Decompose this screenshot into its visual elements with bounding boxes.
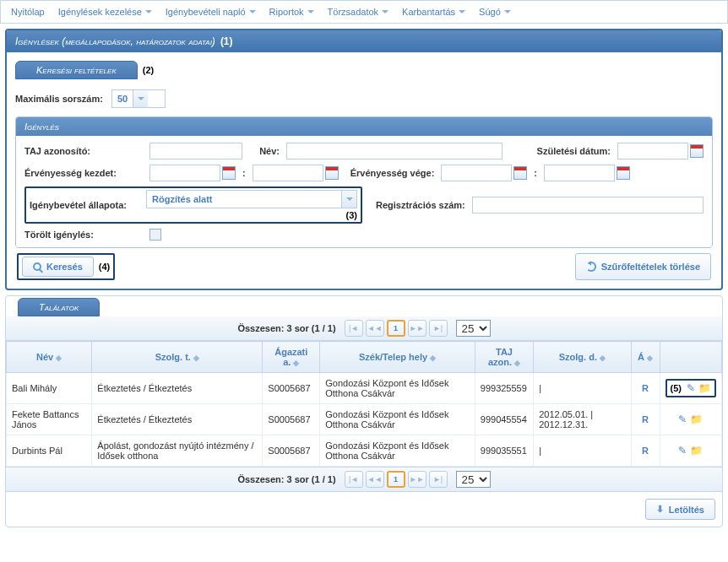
- menu-karbantartas[interactable]: Karbantartás: [397, 4, 470, 19]
- annotation-1: (1): [220, 35, 233, 47]
- cell-szolg-d: |: [534, 373, 631, 404]
- pager-prev[interactable]: ◄◄: [366, 320, 384, 337]
- results-table: Név◆ Szolg. t.◆ Ágazati a.◆ Szék/Telep h…: [6, 341, 722, 467]
- taj-label: TAJ azonosító:: [24, 146, 143, 156]
- chevron-down-icon[interactable]: [341, 191, 356, 208]
- menu-riportok[interactable]: Riportok: [264, 4, 319, 19]
- menubar: Nyitólap Igénylések kezelése Igénybevéte…: [0, 0, 728, 24]
- colon: :: [534, 168, 537, 178]
- sort-icon: ◆: [56, 354, 62, 362]
- main-panel: Igénylések (megállapodások, határozatok …: [5, 29, 723, 290]
- szul-datum-input[interactable]: [617, 143, 688, 159]
- calendar-icon[interactable]: [690, 144, 704, 158]
- menu-torzsadatok[interactable]: Törzsadatok: [323, 4, 394, 19]
- menu-label: Igénylések kezelése: [58, 7, 142, 17]
- menu-label: Riportok: [269, 7, 304, 17]
- pager-last[interactable]: ►|: [429, 320, 448, 337]
- col-agazati[interactable]: Ágazati a.◆: [263, 342, 320, 373]
- folder-icon[interactable]: 📁: [698, 382, 711, 394]
- pager-summary: Összesen: 3 sor (1 / 1): [237, 323, 335, 333]
- erv-vege-to-input[interactable]: [544, 165, 615, 181]
- cell-taj: 999045554: [475, 404, 533, 435]
- col-actions: [660, 342, 721, 373]
- pager-next[interactable]: ►►: [408, 471, 426, 488]
- edit-icon[interactable]: ✎: [687, 382, 695, 394]
- tab-talalatok[interactable]: Találatok: [18, 298, 100, 316]
- pager-first[interactable]: |◄: [345, 320, 363, 337]
- erv-kezdet-from-input[interactable]: [149, 165, 220, 181]
- pager-first[interactable]: |◄: [345, 471, 363, 488]
- cell-actions: ✎📁: [660, 435, 721, 467]
- menu-label: Karbantartás: [402, 7, 455, 17]
- download-button[interactable]: ⬇ Letöltés: [645, 499, 715, 520]
- max-sorszam-label: Maximális sorszám:: [15, 94, 103, 104]
- col-taj[interactable]: TAJ azon.◆: [475, 342, 533, 373]
- tab-keresesi-feltetelek[interactable]: Keresési feltételek: [15, 61, 138, 79]
- menu-sugo[interactable]: Súgó: [474, 4, 516, 19]
- pager-last[interactable]: ►|: [429, 471, 448, 488]
- page-size-select[interactable]: 25: [456, 471, 491, 488]
- chevron-down-icon: [504, 10, 511, 14]
- menu-nyitolap[interactable]: Nyitólap: [6, 4, 50, 19]
- pager-bottom: Összesen: 3 sor (1 / 1) |◄ ◄◄ 1 ►► ►| 25: [6, 467, 722, 492]
- clear-filters-button[interactable]: Szűrőfeltételek törlése: [575, 253, 711, 280]
- calendar-icon[interactable]: [617, 166, 630, 180]
- search-button-label: Keresés: [46, 262, 83, 272]
- col-nev[interactable]: Név◆: [7, 342, 92, 373]
- torolt-checkbox[interactable]: [149, 229, 161, 240]
- chevron-down-icon: [382, 10, 388, 14]
- pager-summary: Összesen: 3 sor (1 / 1): [237, 474, 335, 484]
- sort-icon: ◆: [647, 354, 653, 362]
- pager-prev[interactable]: ◄◄: [366, 471, 384, 488]
- cell-agazati: S0005687: [263, 404, 320, 435]
- chevron-down-icon: [307, 10, 314, 14]
- calendar-icon[interactable]: [325, 166, 339, 180]
- nev-input[interactable]: [286, 143, 503, 159]
- menu-igenylesek-kezelese[interactable]: Igénylések kezelése: [53, 4, 157, 19]
- chevron-down-icon: [459, 10, 465, 14]
- cell-hely: Gondozási Központ és Idősek Otthona Csák…: [320, 404, 475, 435]
- pager-page-1[interactable]: 1: [387, 471, 405, 488]
- edit-icon[interactable]: ✎: [678, 413, 687, 425]
- sort-icon: ◆: [293, 359, 299, 367]
- chevron-down-icon[interactable]: [133, 90, 148, 107]
- pager-page-1[interactable]: 1: [387, 320, 405, 337]
- search-button[interactable]: Keresés: [22, 257, 94, 277]
- calendar-icon[interactable]: [513, 166, 527, 180]
- main-panel-header: Igénylések (megállapodások, határozatok …: [7, 30, 721, 52]
- allapot-combo[interactable]: Rögzítés alatt: [146, 190, 357, 208]
- cell-nev: Fekete Battancs János: [7, 404, 92, 435]
- cell-szolg-t: Étkeztetés / Étkeztetés: [92, 373, 263, 404]
- col-a[interactable]: Á◆: [631, 342, 660, 373]
- erv-vege-from-input[interactable]: [441, 165, 512, 181]
- download-label: Letöltés: [669, 505, 704, 515]
- pager-next[interactable]: ►►: [408, 320, 426, 337]
- menu-label: Törzsadatok: [328, 7, 379, 17]
- annotation-2: (2): [143, 65, 154, 75]
- folder-icon[interactable]: 📁: [690, 445, 703, 457]
- folder-icon[interactable]: 📁: [690, 413, 703, 425]
- col-szolg-t[interactable]: Szolg. t.◆: [92, 342, 263, 373]
- page-size-select[interactable]: 25: [456, 320, 491, 337]
- sort-icon: ◆: [430, 354, 436, 362]
- cell-actions: ✎📁: [660, 404, 721, 435]
- cell-taj: 999325559: [475, 373, 533, 404]
- erv-kezdet-to-input[interactable]: [253, 165, 323, 181]
- download-icon: ⬇: [656, 504, 664, 515]
- max-sorszam-combo[interactable]: 50: [111, 89, 166, 108]
- annotation-4: (4): [99, 262, 110, 272]
- calendar-icon[interactable]: [222, 166, 236, 180]
- reg-szam-input[interactable]: [472, 197, 704, 213]
- table-row: Fekete Battancs JánosÉtkeztetés / Étkezt…: [7, 404, 722, 435]
- menu-igenybeveteli-naplo[interactable]: Igénybevételi napló: [160, 4, 261, 19]
- page-title: Igénylések (megállapodások, határozatok …: [15, 35, 215, 47]
- cell-hely: Gondozási Központ és Idősek Otthona Csák…: [320, 373, 475, 404]
- col-szolg-d[interactable]: Szolg. d.◆: [534, 342, 631, 373]
- taj-input[interactable]: [149, 143, 242, 159]
- results-panel: Találatok Összesen: 3 sor (1 / 1) |◄ ◄◄ …: [5, 295, 723, 527]
- allapot-label: Igénybevétel állapota:: [30, 200, 141, 210]
- chevron-down-icon: [145, 10, 152, 14]
- clear-filters-label: Szűrőfeltételek törlése: [601, 262, 700, 272]
- edit-icon[interactable]: ✎: [678, 445, 687, 457]
- col-hely[interactable]: Szék/Telep hely◆: [320, 342, 475, 373]
